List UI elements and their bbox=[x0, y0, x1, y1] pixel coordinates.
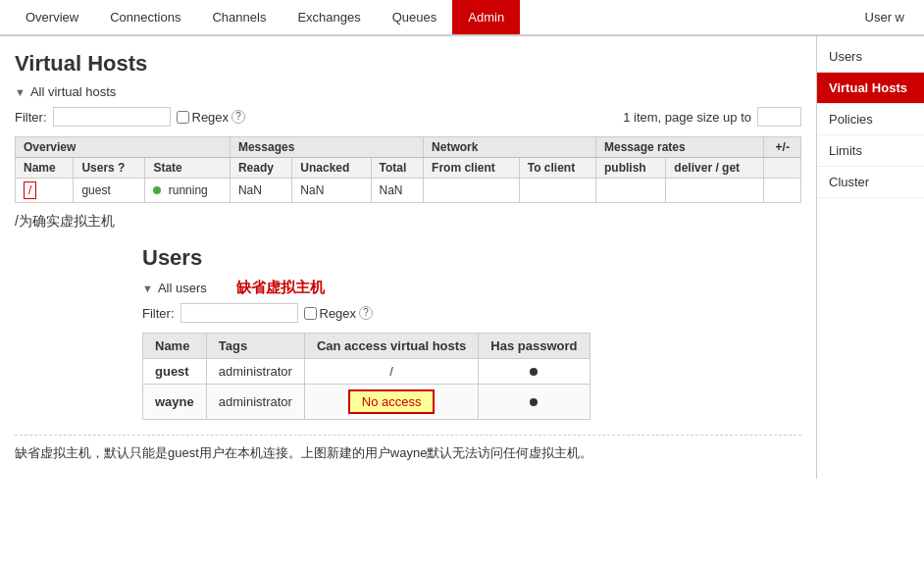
vhosts-title: Virtual Hosts bbox=[15, 51, 801, 77]
red-annotation: 缺省虚拟主机 bbox=[236, 279, 325, 297]
user-password-wayne bbox=[479, 385, 590, 420]
user-access-value-guest: / bbox=[389, 364, 393, 379]
users-regex-checkbox[interactable] bbox=[304, 307, 317, 320]
col-header-from-client: From client bbox=[424, 158, 520, 179]
vhost-total-cell: NaN bbox=[371, 179, 424, 203]
sidebar-item-virtual-hosts[interactable]: Virtual Hosts bbox=[817, 73, 924, 104]
vhost-name-link[interactable]: / bbox=[24, 181, 36, 199]
group-header-overview: Overview bbox=[16, 137, 231, 158]
top-navigation: Overview Connections Channels Exchanges … bbox=[0, 0, 924, 36]
vhost-deliver-get-cell bbox=[666, 179, 764, 203]
vhost-state-text: running bbox=[169, 183, 208, 197]
users-section: Users ▼ All users 缺省虚拟主机 Filter: Regex ? bbox=[142, 245, 801, 420]
col-header-to-client: To client bbox=[519, 158, 595, 179]
nav-exchanges[interactable]: Exchanges bbox=[282, 0, 376, 34]
user-name-wayne: wayne bbox=[143, 385, 207, 420]
col-header-empty bbox=[764, 158, 801, 179]
filter-label: Filter: bbox=[15, 110, 47, 125]
group-header-message-rates: Message rates bbox=[596, 137, 764, 158]
table-row: guest administrator / bbox=[143, 359, 590, 385]
col-header-name: Name bbox=[16, 158, 74, 179]
main-content: Virtual Hosts ▼ All virtual hosts Filter… bbox=[0, 36, 924, 479]
users-col-tags: Tags bbox=[206, 334, 304, 359]
sidebar-item-limits[interactable]: Limits bbox=[817, 135, 924, 167]
vhosts-all-label: All virtual hosts bbox=[30, 84, 116, 99]
status-running-icon bbox=[153, 186, 161, 194]
vhosts-filter-row: Filter: Regex ? 1 item, page size up to … bbox=[15, 107, 801, 127]
table-row: / guest running NaN NaN NaN bbox=[16, 179, 801, 203]
vhosts-table: Overview Messages Network Message rates … bbox=[15, 136, 801, 203]
user-access-guest: / bbox=[304, 359, 478, 385]
users-regex-label[interactable]: Regex ? bbox=[304, 306, 374, 321]
users-col-can-access: Can access virtual hosts bbox=[304, 334, 478, 359]
user-password-guest bbox=[479, 359, 590, 385]
users-collapse-arrow-icon: ▼ bbox=[142, 283, 153, 294]
users-col-has-password: Has password bbox=[479, 334, 590, 359]
vhost-from-client-cell bbox=[424, 179, 520, 203]
regex-checkbox[interactable] bbox=[177, 111, 189, 124]
col-header-publish: publish bbox=[596, 158, 666, 179]
no-access-badge: No access bbox=[348, 389, 436, 414]
vhost-action-cell bbox=[764, 179, 801, 203]
users-collapsible-header[interactable]: ▼ All users bbox=[142, 281, 207, 295]
vhost-unacked-cell: NaN bbox=[292, 179, 371, 203]
vhost-ready-cell: NaN bbox=[230, 179, 291, 203]
page-size-text: 1 item, page size up to bbox=[623, 110, 751, 125]
vhost-publish-cell bbox=[596, 179, 666, 203]
page-size-input[interactable]: 100 bbox=[757, 107, 801, 127]
users-title: Users bbox=[142, 245, 801, 271]
vhost-annotation: /为确实虚拟主机 bbox=[15, 213, 801, 231]
nav-connections[interactable]: Connections bbox=[94, 0, 196, 34]
col-header-total: Total bbox=[371, 158, 424, 179]
regex-checkbox-label[interactable]: Regex ? bbox=[177, 110, 246, 125]
users-col-name: Name bbox=[143, 334, 207, 359]
users-all-label: All users bbox=[158, 281, 207, 295]
users-filter-input[interactable] bbox=[180, 303, 298, 323]
group-header-messages: Messages bbox=[230, 137, 423, 158]
right-sidebar: Users Virtual Hosts Policies Limits Clus… bbox=[816, 36, 924, 479]
nav-queues[interactable]: Queues bbox=[377, 0, 453, 34]
user-tags-guest: administrator bbox=[206, 359, 304, 385]
user-access-wayne: No access bbox=[304, 385, 478, 420]
users-filter-row: Filter: Regex ? bbox=[142, 303, 801, 323]
col-header-ready: Ready bbox=[230, 158, 291, 179]
sidebar-item-users[interactable]: Users bbox=[817, 41, 924, 73]
nav-channels[interactable]: Channels bbox=[196, 0, 282, 34]
left-area: Virtual Hosts ▼ All virtual hosts Filter… bbox=[0, 36, 816, 479]
password-dot-wayne bbox=[530, 398, 538, 406]
regex-help-icon[interactable]: ? bbox=[231, 110, 245, 124]
virtual-hosts-section: Virtual Hosts ▼ All virtual hosts Filter… bbox=[15, 51, 801, 203]
users-regex-help-icon[interactable]: ? bbox=[359, 306, 373, 320]
regex-label-text: Regex bbox=[192, 110, 230, 125]
group-header-plusminus: +/- bbox=[764, 137, 801, 158]
group-header-network: Network bbox=[424, 137, 596, 158]
vhost-name-cell: / bbox=[16, 179, 74, 203]
vhost-state-cell: running bbox=[145, 179, 231, 203]
vhosts-filter-input[interactable] bbox=[53, 107, 171, 127]
col-header-unacked: Unacked bbox=[292, 158, 371, 179]
users-table: Name Tags Can access virtual hosts Has p… bbox=[142, 333, 590, 420]
vhost-to-client-cell bbox=[519, 179, 595, 203]
page-size-info: 1 item, page size up to 100 bbox=[623, 107, 801, 127]
col-header-state: State bbox=[145, 158, 231, 179]
bottom-annotation: 缺省虚拟主机，默认只能是guest用户在本机连接。上图新建的用户wayne默认无… bbox=[15, 435, 801, 464]
users-filter-label: Filter: bbox=[142, 306, 175, 321]
users-regex-text: Regex bbox=[320, 306, 357, 321]
user-tags-wayne: administrator bbox=[206, 385, 304, 420]
user-name-guest: guest bbox=[143, 359, 207, 385]
vhosts-collapsible-header[interactable]: ▼ All virtual hosts bbox=[15, 84, 801, 99]
collapse-arrow-icon: ▼ bbox=[15, 86, 26, 98]
col-header-users: Users ? bbox=[74, 158, 145, 179]
password-dot-guest bbox=[530, 368, 538, 376]
sidebar-item-cluster[interactable]: Cluster bbox=[817, 167, 924, 198]
nav-admin[interactable]: Admin bbox=[452, 0, 520, 34]
nav-overview[interactable]: Overview bbox=[10, 0, 94, 34]
sidebar-item-policies[interactable]: Policies bbox=[817, 104, 924, 135]
col-header-deliver-get: deliver / get bbox=[666, 158, 764, 179]
table-row: wayne administrator No access bbox=[143, 385, 590, 420]
vhost-users-cell: guest bbox=[74, 179, 145, 203]
user-info: User w bbox=[855, 0, 914, 34]
